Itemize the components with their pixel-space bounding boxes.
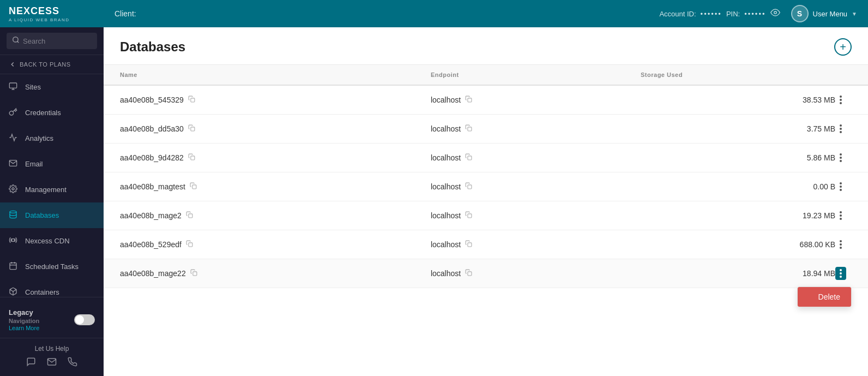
sidebar-item-scheduled-tasks[interactable]: Scheduled Tasks (0, 254, 104, 279)
db-actions-cell (835, 85, 868, 115)
sidebar-item-nexcess-cdn[interactable]: Nexcess CDN (0, 228, 104, 254)
svg-rect-39 (189, 243, 192, 247)
db-actions-cell (835, 144, 868, 172)
legacy-nav-toggle[interactable] (74, 314, 95, 325)
copy-name-icon[interactable] (190, 182, 197, 191)
search-icon (12, 36, 20, 46)
sidebar-item-credentials[interactable]: Credentials (0, 100, 104, 126)
search-input[interactable] (23, 37, 92, 45)
db-name: aa40e08b_mage2 (120, 211, 182, 220)
copy-endpoint-icon[interactable] (465, 96, 472, 104)
svg-point-42 (840, 243, 842, 246)
legacy-navigation-section: Legacy Navigation Learn More (0, 297, 104, 338)
svg-rect-8 (10, 263, 16, 270)
sidebar-item-containers[interactable]: Containers (0, 279, 104, 297)
copy-name-icon[interactable] (188, 124, 195, 133)
svg-point-37 (840, 214, 842, 217)
sidebar-item-label: Containers (25, 288, 59, 296)
context-menu: Delete (797, 287, 852, 307)
svg-point-33 (840, 189, 842, 191)
client-label: Client: (114, 9, 136, 18)
legacy-learn-more-link[interactable]: Learn More (9, 325, 39, 331)
copy-name-icon[interactable] (188, 96, 195, 104)
db-storage-cell: 38.53 MB (624, 85, 835, 115)
more-options-button[interactable] (835, 209, 846, 222)
sidebar-item-label: Databases (25, 211, 59, 219)
svg-point-41 (840, 240, 842, 242)
user-menu-label: User Menu (813, 10, 848, 18)
svg-point-23 (840, 131, 842, 133)
db-endpoint-cell: localhost (414, 86, 624, 114)
page-header: Databases + (104, 27, 868, 65)
chat-icon[interactable] (26, 357, 36, 369)
copy-endpoint-icon[interactable] (465, 153, 472, 162)
more-options-button[interactable] (835, 180, 846, 193)
envelope-icon (9, 159, 20, 169)
svg-rect-24 (191, 156, 195, 160)
table-row: aa40e08b_mage22 localhost 18.94 MB (104, 259, 868, 288)
sidebar-footer: Let Us Help (0, 338, 104, 376)
copy-endpoint-icon[interactable] (465, 240, 472, 249)
phone-icon[interactable] (68, 357, 77, 369)
add-database-button[interactable]: + (834, 38, 852, 56)
copy-endpoint-icon[interactable] (465, 182, 472, 191)
copy-name-icon[interactable] (190, 269, 197, 278)
svg-point-38 (840, 218, 842, 220)
sidebar: NEXCESS A LIQUID WEB BRAND BACK TO PLANS (0, 0, 104, 376)
table-row: aa40e08b_dd5a30 localhost 3.75 MB (104, 115, 868, 144)
eye-icon[interactable] (770, 8, 780, 20)
account-info: Account ID: •••••• PIN: •••••• (659, 8, 780, 20)
databases-table: Name Endpoint Storage Used aa40e08b_5453… (104, 65, 868, 288)
svg-rect-19 (191, 127, 195, 131)
db-storage-cell: 0.00 B (624, 172, 835, 201)
copy-endpoint-icon[interactable] (465, 124, 472, 133)
table-row: aa40e08b_mage2 localhost 19.23 MB (104, 201, 868, 230)
pin-dots: •••••• (744, 10, 765, 18)
svg-point-5 (12, 188, 14, 190)
page-title: Databases (120, 39, 185, 55)
copy-endpoint-icon[interactable] (465, 269, 472, 278)
more-options-button[interactable] (835, 238, 846, 251)
svg-rect-34 (189, 214, 192, 218)
column-name: Name (104, 65, 414, 85)
db-endpoint-cell: localhost (414, 144, 624, 172)
more-options-button[interactable] (835, 93, 846, 106)
more-options-button[interactable] (835, 122, 846, 135)
svg-rect-15 (468, 98, 472, 102)
svg-point-17 (840, 99, 842, 101)
sidebar-item-sites[interactable]: Sites (0, 74, 104, 100)
table-body: aa40e08b_545329 localhost 38.53 MB (104, 85, 868, 288)
sidebar-item-databases[interactable]: Databases (0, 202, 104, 228)
sidebar-item-management[interactable]: Management (0, 177, 104, 202)
search-area (0, 27, 104, 55)
databases-table-container: Name Endpoint Storage Used aa40e08b_5453… (104, 65, 868, 288)
copy-name-icon[interactable] (186, 211, 193, 220)
copy-name-icon[interactable] (188, 153, 195, 162)
db-endpoint: localhost (431, 153, 461, 162)
copy-endpoint-icon[interactable] (465, 211, 472, 220)
delete-button[interactable]: Delete (798, 287, 851, 307)
user-menu[interactable]: S User Menu ▼ (791, 5, 857, 22)
sidebar-item-label: Email (25, 160, 43, 168)
search-wrap[interactable] (7, 33, 97, 49)
db-endpoint: localhost (431, 211, 461, 220)
sidebar-item-email[interactable]: Email (0, 151, 104, 177)
copy-name-icon[interactable] (186, 240, 193, 249)
column-endpoint: Endpoint (414, 65, 624, 85)
svg-point-26 (840, 153, 842, 156)
box-icon (9, 287, 20, 297)
more-options-button[interactable] (835, 151, 846, 164)
svg-point-31 (840, 182, 842, 184)
db-storage-cell: 3.75 MB (624, 115, 835, 144)
topbar: Client: Account ID: •••••• PIN: •••••• S… (104, 0, 868, 27)
svg-point-32 (840, 186, 842, 188)
email-icon[interactable] (47, 357, 57, 369)
svg-rect-40 (468, 243, 472, 247)
brand-tagline: A LIQUID WEB BRAND (9, 17, 69, 22)
svg-point-18 (840, 102, 842, 104)
svg-rect-45 (468, 272, 472, 276)
sidebar-item-analytics[interactable]: Analytics (0, 126, 104, 151)
svg-point-36 (840, 211, 842, 213)
back-to-plans-button[interactable]: BACK TO PLANS (0, 55, 104, 74)
more-options-button[interactable] (835, 267, 846, 280)
